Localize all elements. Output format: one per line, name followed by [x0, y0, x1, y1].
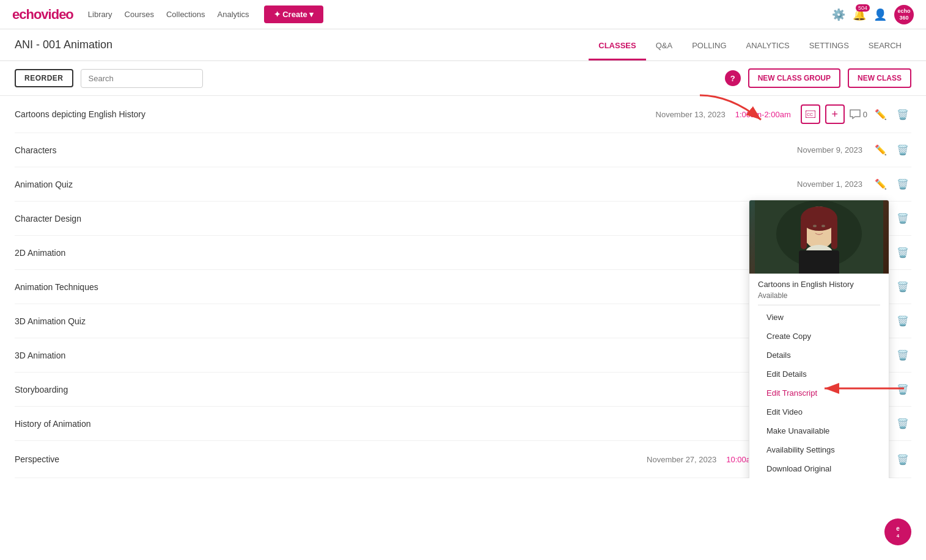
search-input[interactable]	[81, 69, 203, 88]
tab-classes[interactable]: CLASSES	[589, 32, 645, 60]
create-button[interactable]: ✦ Create ▾	[264, 5, 324, 23]
tab-search[interactable]: SEARCH	[859, 32, 911, 60]
class-name[interactable]: Character Design	[15, 214, 797, 224]
class-actions: CC + 0 ✏️ 🗑️	[801, 104, 911, 124]
help-button[interactable]: ?	[725, 70, 741, 86]
delete-icon[interactable]: 🗑️	[894, 451, 911, 468]
settings-icon[interactable]: ⚙️	[832, 8, 845, 21]
table-row: Animation Quiz November 1, 2023 ✏️ 🗑️	[15, 167, 911, 202]
class-date: November 27, 2023	[647, 455, 716, 464]
popup-info: Cartoons in English History Available Vi…	[749, 274, 889, 478]
class-name[interactable]: Animation Techniques	[15, 282, 793, 292]
tab-analytics[interactable]: ANALYTICS	[737, 32, 799, 60]
course-title: ANI - 001 Animation	[15, 38, 589, 51]
delete-icon[interactable]: 🗑️	[894, 381, 911, 398]
popup-menu-availability-settings[interactable]: Availability Settings	[758, 440, 880, 459]
class-name[interactable]: Perspective	[15, 454, 647, 464]
new-class-group-button[interactable]: NEW CLASS GROUP	[748, 68, 840, 88]
popup-card: Cartoons in English History Available Vi…	[749, 200, 889, 478]
svg-rect-9	[801, 219, 807, 249]
captions-icon[interactable]: CC	[801, 104, 820, 124]
class-name[interactable]: Characters	[15, 145, 797, 155]
svg-text:CC: CC	[807, 112, 813, 117]
new-class-button[interactable]: NEW CLASS	[848, 68, 911, 88]
notification-badge: 504	[856, 4, 870, 12]
class-time: 1:00am-2:00am	[735, 110, 791, 119]
delete-icon[interactable]: 🗑️	[894, 210, 911, 227]
tab-qa[interactable]: Q&A	[646, 32, 682, 60]
class-name[interactable]: Storyboarding	[15, 385, 793, 395]
reorder-button[interactable]: REORDER	[15, 69, 73, 87]
add-icon[interactable]: +	[825, 104, 845, 124]
nav-links: Library Courses Collections Analytics	[88, 10, 249, 19]
thumbnail-image	[755, 200, 883, 274]
comment-count: 0	[863, 110, 867, 119]
edit-icon[interactable]: ✏️	[872, 142, 889, 158]
context-menu-popup: Cartoons in English History Available Vi…	[749, 200, 889, 478]
popup-menu-edit-transcript[interactable]: Edit Transcript	[758, 384, 880, 402]
class-name[interactable]: 3D Animation Quiz	[15, 316, 793, 326]
class-name[interactable]: Cartoons depicting English History	[15, 109, 656, 119]
notifications-icon[interactable]: 🔔 504	[853, 8, 866, 21]
popup-menu-edit-details[interactable]: Edit Details	[758, 365, 880, 384]
logo: echovideo	[12, 7, 73, 23]
popup-video-title: Cartoons in English History	[758, 280, 880, 289]
sub-tabs: CLASSES Q&A POLLING ANALYTICS SETTINGS S…	[589, 29, 911, 60]
echo360-btn[interactable]: echo360	[894, 5, 914, 24]
analytics-nav-link[interactable]: Analytics	[218, 10, 249, 19]
class-name[interactable]: Animation Quiz	[15, 180, 797, 189]
popup-menu-download-original[interactable]: Download Original	[758, 459, 880, 478]
popup-menu-create-copy[interactable]: Create Copy	[758, 327, 880, 346]
top-nav: echovideo Library Courses Collections An…	[0, 0, 926, 29]
table-row: Characters November 9, 2023 ✏️ 🗑️	[15, 133, 911, 167]
popup-thumbnail	[749, 200, 889, 274]
user-icon[interactable]: 👤	[873, 8, 887, 21]
class-name[interactable]: History of Animation	[15, 419, 793, 429]
popup-menu-edit-video[interactable]: Edit Video	[758, 402, 880, 421]
svg-rect-10	[831, 219, 837, 249]
popup-menu-details[interactable]: Details	[758, 346, 880, 365]
delete-icon[interactable]: 🗑️	[894, 313, 911, 329]
edit-icon[interactable]: ✏️	[872, 106, 889, 123]
delete-icon[interactable]: 🗑️	[894, 142, 911, 158]
class-actions: ✏️ 🗑️	[872, 176, 911, 192]
class-date: November 13, 2023	[656, 110, 726, 119]
tab-polling[interactable]: POLLING	[682, 32, 736, 60]
class-name[interactable]: 2D Animation	[15, 248, 797, 258]
delete-icon[interactable]: 🗑️	[894, 106, 911, 123]
courses-nav-link[interactable]: Courses	[125, 10, 154, 19]
tab-settings[interactable]: SETTINGS	[799, 32, 859, 60]
classes-section: Cartoons depicting English History Novem…	[0, 96, 926, 478]
popup-menu-view[interactable]: View	[758, 308, 880, 327]
nav-right: ⚙️ 🔔 504 👤 echo360	[832, 5, 914, 24]
delete-icon[interactable]: 🗑️	[894, 347, 911, 363]
library-nav-link[interactable]: Library	[88, 10, 112, 19]
svg-point-14	[821, 225, 825, 227]
delete-icon[interactable]: 🗑️	[894, 244, 911, 261]
svg-rect-12	[799, 250, 839, 274]
collections-nav-link[interactable]: Collections	[166, 10, 205, 19]
class-date: November 9, 2023	[797, 145, 862, 155]
table-row: Cartoons depicting English History Novem…	[15, 96, 911, 133]
comment-button[interactable]: 0	[850, 109, 867, 119]
class-actions: ✏️ 🗑️	[872, 142, 911, 158]
class-date: November 1, 2023	[797, 180, 862, 189]
svg-point-13	[813, 225, 817, 227]
delete-icon[interactable]: 🗑️	[894, 415, 911, 432]
delete-icon[interactable]: 🗑️	[894, 278, 911, 295]
popup-menu-make-unavailable[interactable]: Make Unavailable	[758, 421, 880, 440]
edit-icon[interactable]: ✏️	[872, 176, 889, 192]
class-name[interactable]: 3D Animation	[15, 351, 793, 360]
sub-header: ANI - 001 Animation CLASSES Q&A POLLING …	[0, 29, 926, 61]
popup-availability: Available	[758, 291, 880, 300]
toolbar: REORDER ? NEW CLASS GROUP NEW CLASS	[0, 61, 926, 96]
delete-icon[interactable]: 🗑️	[894, 176, 911, 192]
